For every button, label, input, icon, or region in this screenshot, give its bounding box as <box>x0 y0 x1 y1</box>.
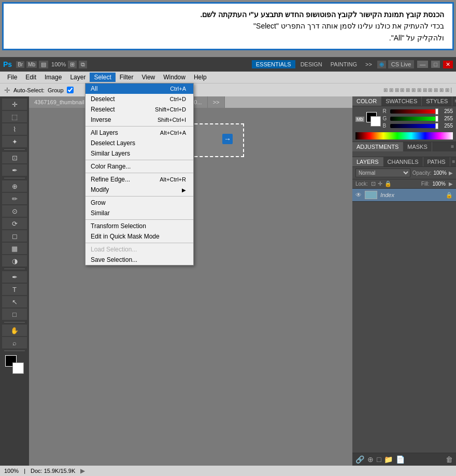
heal-tool[interactable]: ⊕ <box>2 180 27 192</box>
background-color[interactable] <box>12 362 24 374</box>
menu-window[interactable]: Window <box>159 73 190 82</box>
maximize-button[interactable]: □ <box>431 61 440 68</box>
menu-deselect[interactable]: Deselect Ctrl+D <box>86 94 193 104</box>
essentials-button[interactable]: ESSENTIALS <box>252 60 295 68</box>
tab-paths[interactable]: PATHS <box>423 157 450 166</box>
menu-all[interactable]: All Ctrl+A <box>86 83 193 94</box>
move-tool[interactable]: ✛ <box>2 99 27 110</box>
menu-all-layers[interactable]: All Layers Alt+Ctrl+A <box>86 128 193 138</box>
red-thumb[interactable] <box>435 108 438 115</box>
mb-logo[interactable]: Mb <box>26 61 37 68</box>
red-slider[interactable] <box>390 109 438 114</box>
menu-edit-quick-mask[interactable]: Edit in Quick Mask Mode <box>86 231 193 242</box>
add-adjustment-icon[interactable]: ⊕ <box>367 455 374 464</box>
color-range-label: Color Range... <box>91 163 131 170</box>
menu-reselect[interactable]: Reselect Shift+Ctrl+D <box>86 104 193 115</box>
link-layers-icon[interactable]: 🔗 <box>355 455 364 464</box>
history-tool[interactable]: ⟳ <box>2 218 27 229</box>
close-button[interactable]: ✕ <box>443 61 453 68</box>
new-group-icon[interactable]: 📁 <box>384 455 393 464</box>
blend-mode-select[interactable]: Normal <box>355 169 410 177</box>
layer-index-row[interactable]: 👁 Index 🔒 <box>352 189 456 202</box>
dodge-tool[interactable]: ◑ <box>2 255 27 267</box>
layers-panel-menu[interactable]: ≡ <box>450 157 456 166</box>
text-tool[interactable]: T <box>2 284 27 295</box>
lock-pixel-icon[interactable]: ⊡ <box>371 180 376 187</box>
green-slider[interactable] <box>390 117 438 121</box>
lasso-tool[interactable]: ⌇ <box>2 123 27 135</box>
menu-inverse[interactable]: Inverse Shift+Ctrl+I <box>86 115 193 125</box>
menu-similar-layers[interactable]: Similar Layers <box>86 148 193 159</box>
green-thumb[interactable] <box>435 116 438 122</box>
add-mask-icon[interactable]: □ <box>377 455 381 464</box>
color-swatches <box>366 112 381 127</box>
tool-separator-2 <box>4 178 25 178</box>
brush-tool[interactable]: ✏ <box>2 193 27 204</box>
shape-tool[interactable]: □ <box>2 309 27 320</box>
menu-refine-edge[interactable]: Refine Edge... Alt+Ctrl+R <box>86 174 193 185</box>
painting-button[interactable]: PAINTING <box>327 60 360 68</box>
menu-view[interactable]: View <box>137 73 159 82</box>
menu-transform-selection[interactable]: Transform Selection <box>86 221 193 231</box>
blue-slider[interactable] <box>390 124 438 128</box>
menu-similar[interactable]: Similar <box>86 208 193 218</box>
opacity-arrow[interactable]: ▶ <box>449 170 453 176</box>
eraser-tool[interactable]: ◻ <box>2 230 27 242</box>
menu-grow[interactable]: Grow <box>86 198 193 208</box>
tab-adjustments[interactable]: ADJUSTMENTS <box>352 142 403 151</box>
autoselect-checkbox[interactable] <box>67 87 74 93</box>
menu-help[interactable]: Help <box>190 73 211 82</box>
clone-tool[interactable]: ⊙ <box>2 205 27 217</box>
fill-arrow[interactable]: ▶ <box>449 181 453 187</box>
delete-layer-icon[interactable]: 🗑 <box>446 455 453 464</box>
layer-visibility-icon[interactable]: 👁 <box>355 191 362 199</box>
menu-select[interactable]: Select <box>90 73 115 82</box>
more-workspaces[interactable]: >> <box>362 60 375 68</box>
lock-all-icon[interactable]: 🔒 <box>384 180 392 187</box>
menu-filter[interactable]: Filter <box>116 73 138 82</box>
menu-modify[interactable]: Modify ▶ <box>86 185 193 195</box>
foreground-background[interactable] <box>5 355 24 374</box>
select-dropdown-menu: All Ctrl+A Deselect Ctrl+D Reselect Shif… <box>85 83 194 265</box>
menu-deselect-layers[interactable]: Deselect Layers <box>86 138 193 148</box>
eyedropper-tool[interactable]: ✒ <box>2 164 27 176</box>
minimize-button[interactable]: — <box>417 61 428 68</box>
gradient-tool[interactable]: ▦ <box>2 243 27 254</box>
new-layer-icon[interactable]: 📄 <box>396 455 405 464</box>
color-panel-menu[interactable]: ≡ <box>452 96 456 106</box>
background-swatch[interactable] <box>370 116 381 127</box>
tab-styles[interactable]: STYLES <box>422 96 452 106</box>
lock-position-icon[interactable]: ✛ <box>378 180 382 187</box>
tab-swatches[interactable]: SWATCHES <box>381 96 422 106</box>
pen-tool[interactable]: ✒ <box>2 271 27 283</box>
layout-icon[interactable]: ▤ <box>39 61 48 68</box>
menu-file[interactable]: File <box>3 73 21 82</box>
tab-layers[interactable]: LAYERS <box>352 157 383 166</box>
tab-channels[interactable]: CHANNELS <box>383 157 423 166</box>
menu-save-selection[interactable]: Save Selection... <box>86 255 193 265</box>
crop-tool[interactable]: ⊡ <box>2 152 27 163</box>
hand-tool[interactable]: ✋ <box>2 325 27 336</box>
design-button[interactable]: DESIGN <box>297 60 325 68</box>
zoom-tool[interactable]: ⌕ <box>2 337 27 348</box>
blue-thumb[interactable] <box>435 123 438 129</box>
br-logo[interactable]: Br <box>16 61 24 68</box>
menu-edit[interactable]: Edit <box>21 73 40 82</box>
menu-layer[interactable]: Layer <box>66 73 90 82</box>
menu-color-range[interactable]: Color Range... <box>86 161 193 172</box>
arrange-icon[interactable]: ⧉ <box>79 61 87 68</box>
tab-more[interactable]: >> <box>208 96 225 108</box>
selection-tool[interactable]: ⬚ <box>2 111 27 122</box>
path-select-tool[interactable]: ↖ <box>2 296 27 307</box>
adj-panel-menu[interactable]: ≡ <box>449 142 456 151</box>
tab-masks[interactable]: MASKS <box>403 142 432 151</box>
tab-color[interactable]: COLOR <box>352 96 381 106</box>
cslive-button[interactable]: CS Live <box>388 60 415 68</box>
grid-icon[interactable]: ⊞ <box>68 61 77 68</box>
menu-image[interactable]: Image <box>40 73 66 82</box>
spectrum-bar[interactable] <box>355 132 453 139</box>
status-arrow[interactable]: ▶ <box>80 467 85 474</box>
modify-arrow: ▶ <box>182 187 186 193</box>
tab-thumbnail[interactable]: 4367169_thumbnail <box>29 96 90 108</box>
magic-wand-tool[interactable]: ✦ <box>2 136 27 147</box>
